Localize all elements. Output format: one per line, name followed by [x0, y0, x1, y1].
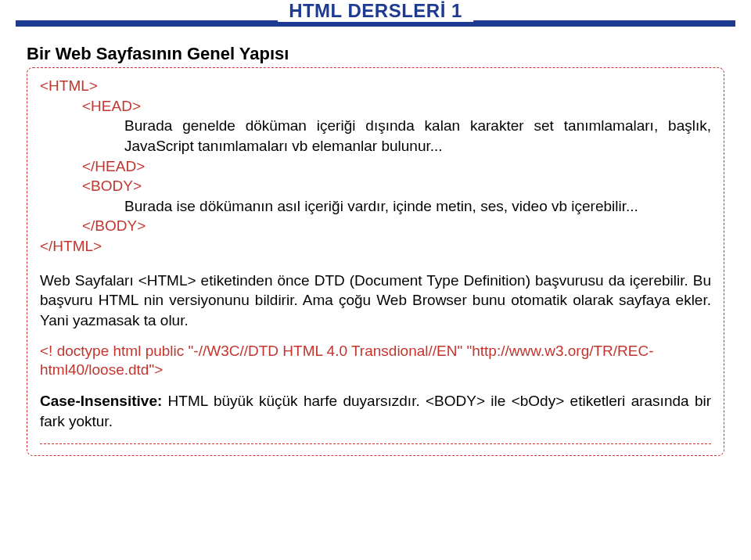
- case-insensitive-note: Case-Insensitive: HTML büyük küçük harfe…: [40, 391, 711, 431]
- case-label: Case-Insensitive:: [40, 393, 162, 409]
- body-description: Burada ise dökümanın asıl içeriği vardır…: [124, 198, 638, 214]
- page-title: HTML DERSLERİ 1: [278, 0, 473, 22]
- content-area: Bir Web Sayfasının Genel Yapısı <HTML> <…: [0, 27, 751, 456]
- tag-body-close: </BODY>: [82, 217, 146, 234]
- paragraph-dtd: Web Sayfaları <HTML> etiketinden önce DT…: [40, 271, 711, 331]
- example-box: <HTML> <HEAD> Burada genelde döküman içe…: [27, 67, 724, 456]
- section-heading: Bir Web Sayfasının Genel Yapısı: [27, 44, 724, 64]
- dashed-divider: [40, 443, 711, 444]
- head-description: Burada genelde döküman içeriği dışında k…: [124, 117, 711, 154]
- tag-html-open: <HTML>: [40, 77, 98, 94]
- tag-head-open: <HEAD>: [82, 98, 141, 114]
- tag-body-open: <BODY>: [82, 178, 142, 194]
- tag-head-close: </HEAD>: [82, 158, 145, 174]
- doctype-declaration: <! doctype html public "-//W3C//DTD HTML…: [40, 342, 711, 380]
- tag-html-close: </HTML>: [40, 238, 102, 254]
- code-block: <HTML> <HEAD> Burada genelde döküman içe…: [40, 76, 711, 257]
- title-bar: HTML DERSLERİ 1: [16, 20, 735, 27]
